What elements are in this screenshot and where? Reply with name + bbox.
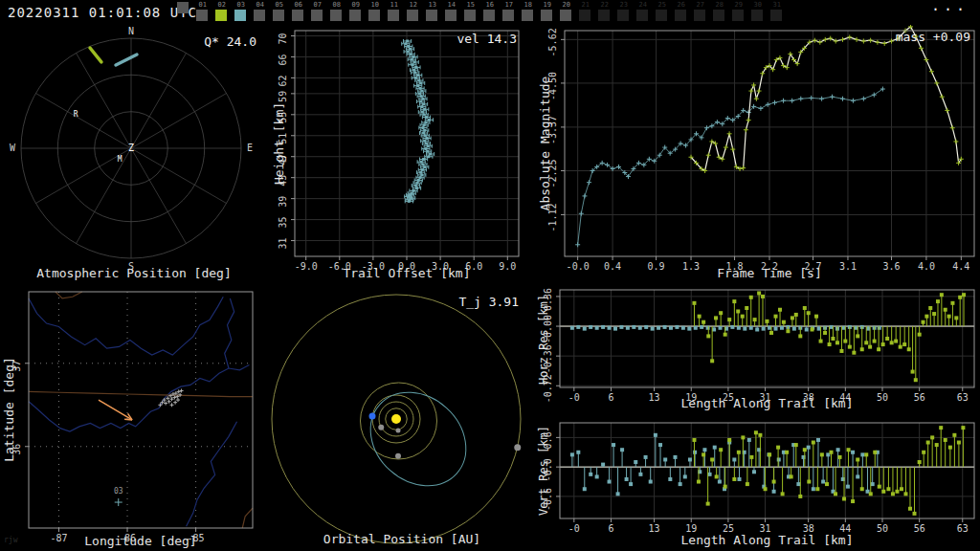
camera-tile-box: [407, 10, 418, 21]
state-border-line: [242, 508, 253, 528]
camera-tile-07[interactable]: 07: [309, 1, 322, 21]
camera-tile-22[interactable]: 22: [596, 1, 609, 21]
svg-text:66: 66: [278, 54, 288, 65]
camera-tile-box: [483, 10, 495, 21]
camera-tile-02[interactable]: 02: [213, 1, 226, 21]
overflow-menu[interactable]: ···: [931, 1, 969, 18]
camera-tile-24[interactable]: 24: [635, 1, 647, 21]
camera-tile-19[interactable]: 19: [539, 1, 551, 21]
svg-text:E: E: [247, 143, 253, 153]
camera-tile-label: 15: [462, 1, 475, 9]
camera-tile-box: [560, 10, 571, 21]
state-border-line: [29, 391, 253, 396]
camera-tile-18[interactable]: 18: [520, 1, 532, 21]
river-line: [29, 365, 249, 432]
camera-tile-box: [713, 10, 724, 21]
length-along-trail-xlabel-horz: Length Along Trail [km]: [560, 396, 974, 410]
camera-tile-10[interactable]: 10: [367, 1, 379, 21]
svg-text:35: 35: [278, 217, 288, 229]
camera-tile-label: 04: [252, 1, 264, 9]
camera-tile-box: [732, 10, 744, 21]
camera-tile-28[interactable]: 28: [711, 1, 724, 21]
mass-stat: mass +0.09: [896, 30, 970, 44]
camera-site-03: 03: [114, 487, 123, 506]
camera-tile-box: [234, 10, 246, 21]
camera-02-trail: [90, 48, 101, 62]
height-ylabel: Height [km]: [272, 102, 286, 185]
camera-tile-25[interactable]: 25: [654, 1, 666, 21]
svg-text:R: R: [74, 110, 78, 119]
panel-vert-residuals: -061319253138445056630.6-0.0-0.6 Length …: [536, 413, 980, 551]
camera-tile-15[interactable]: 15: [462, 1, 475, 21]
horz-res-ylabel: Horz Res [km]: [537, 295, 550, 385]
camera-tile-label: 19: [539, 1, 551, 9]
camera-tile-label: 16: [481, 1, 494, 9]
body-mercury: [396, 429, 401, 433]
camera-tile-label: 13: [424, 1, 436, 9]
camera-tile-23[interactable]: 23: [615, 1, 628, 21]
camera-tile-label: 24: [635, 1, 647, 9]
camera-tile-11[interactable]: 11: [386, 1, 398, 21]
camera-tile-label: 30: [749, 1, 762, 9]
panel-atmospheric-position: NSEWZRM Q* 24.0 Atmospheric Position [de…: [0, 25, 268, 287]
camera-tile-09[interactable]: 09: [347, 1, 360, 21]
camera-tile-30[interactable]: 30: [749, 1, 762, 21]
camera-tile-20[interactable]: 20: [558, 1, 570, 21]
svg-text:39: 39: [278, 196, 288, 208]
vert-res-ylabel: Vert Res [km]: [537, 426, 550, 516]
camera-tile-05[interactable]: 05: [271, 1, 283, 21]
camera-tile-box: [617, 10, 629, 21]
camera-tile-27[interactable]: 27: [692, 1, 704, 21]
camera-tile-box: [464, 10, 476, 21]
camera-tile-box: [330, 10, 342, 21]
camera-tile-box: [502, 10, 514, 21]
camera-tile-box: [368, 10, 380, 21]
camera-tile-box: [292, 10, 303, 21]
camera-tile-box: [388, 10, 399, 21]
svg-text:03: 03: [114, 487, 123, 496]
camera-tile-box: [751, 10, 763, 21]
atmospheric-position-title: Atmospheric Position [deg]: [0, 266, 268, 280]
camera-tile-box: [541, 10, 552, 21]
camera-tile-03[interactable]: 03: [233, 1, 245, 21]
camera-tile-label: 22: [596, 1, 609, 9]
camera-tile-12[interactable]: 12: [405, 1, 417, 21]
camera-tile-06[interactable]: 06: [290, 1, 302, 21]
camera-tile-label: 28: [711, 1, 724, 9]
camera-tile-label: 18: [520, 1, 532, 9]
camera-tile-label: 29: [730, 1, 743, 9]
camera-tile-box: [177, 2, 189, 13]
camera-tile-label: 31: [768, 1, 781, 9]
trail-offset-xlabel: Trail Offset [km]: [295, 266, 519, 280]
utc-timestamp: 20220311 01:01:08 UTC: [8, 5, 197, 20]
svg-text:-5.62: -5.62: [547, 28, 558, 56]
camera-tile-04[interactable]: 04: [252, 1, 264, 21]
camera-tile-29[interactable]: 29: [730, 1, 743, 21]
camera-tile-label: 23: [615, 1, 628, 9]
camera-tile-26[interactable]: 26: [673, 1, 685, 21]
atmospheric-position-plot: NSEWZRM: [0, 25, 268, 287]
camera-tile-17[interactable]: 17: [501, 1, 513, 21]
river-line: [29, 297, 223, 355]
camera-tile-box: [656, 10, 667, 21]
camera-tile-box: [254, 10, 265, 21]
svg-text:M: M: [118, 155, 122, 164]
camera-tile-31[interactable]: 31: [768, 1, 781, 21]
camera-tile-14[interactable]: 14: [443, 1, 456, 21]
absolute-magnitude-ylabel: Absolute Magnitude: [538, 77, 552, 211]
camera-tile-blank[interactable]: [175, 1, 188, 21]
camera-tile-13[interactable]: 13: [424, 1, 436, 21]
series-camera-02-lightcurve: [689, 25, 964, 173]
camera-03-trail: [116, 55, 137, 65]
svg-text:59: 59: [278, 91, 288, 102]
camera-tile-16[interactable]: 16: [481, 1, 494, 21]
panel-light-curve: -0.00.40.91.31.82.22.73.13.64.04.4-5.62-…: [536, 25, 980, 287]
camera-tile-label: 14: [443, 1, 456, 9]
camera-tile-box: [273, 10, 284, 21]
camera-tile-01[interactable]: 01: [194, 1, 207, 21]
watermark-text: rjw: [4, 536, 17, 544]
latitude-ylabel: Latitude [deg]: [2, 357, 16, 462]
camera-tile-08[interactable]: 08: [328, 1, 341, 21]
camera-tile-box: [694, 10, 705, 21]
camera-tile-21[interactable]: 21: [577, 1, 590, 21]
